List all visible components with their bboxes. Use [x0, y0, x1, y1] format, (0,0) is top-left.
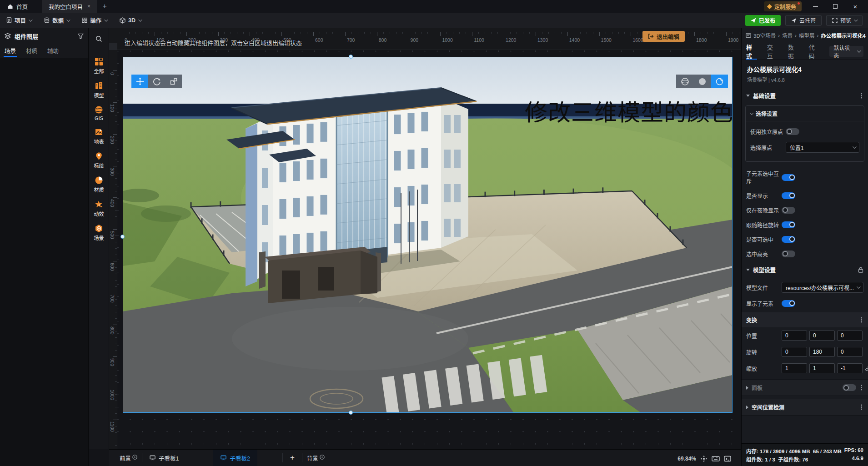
add-circle-icon[interactable]: [132, 455, 137, 460]
scale-y-input[interactable]: [809, 363, 835, 373]
rotation-z-input[interactable]: [837, 347, 863, 357]
strip-item-plot[interactable]: 标绘: [89, 152, 109, 169]
breadcrumb-item[interactable]: 场景: [782, 32, 793, 39]
mutex-toggle[interactable]: [782, 174, 795, 181]
keyboard-icon[interactable]: [712, 456, 720, 462]
highlight-toggle[interactable]: [782, 251, 795, 257]
tab-home[interactable]: 首页: [0, 0, 36, 13]
menu-3d[interactable]: 3D: [113, 13, 147, 28]
exit-edit-button[interactable]: 退出编辑: [642, 31, 685, 42]
independent-origin-toggle[interactable]: [786, 128, 799, 135]
new-tab-button[interactable]: +: [97, 0, 112, 13]
rotation-y-input[interactable]: [809, 347, 835, 357]
breadcrumb-item[interactable]: 3D空场景: [753, 32, 776, 39]
more-icon[interactable]: [861, 319, 862, 321]
foreground-layer-button[interactable]: 前景: [115, 454, 142, 462]
strip-item-effect[interactable]: 动效: [89, 200, 109, 217]
filter-icon[interactable]: [78, 33, 84, 39]
setting-label: 仅在夜晚显示: [746, 206, 782, 214]
scale-tool-button[interactable]: [165, 75, 182, 88]
night-only-toggle[interactable]: [782, 207, 795, 214]
scene-canvas[interactable]: 修改三维模型的颜色: [123, 57, 733, 413]
panel-toggle[interactable]: [843, 384, 856, 391]
more-icon[interactable]: [861, 95, 862, 96]
origin-select[interactable]: 位置1: [786, 142, 859, 153]
tab-project[interactable]: 我的空白项目 ×: [42, 0, 97, 13]
strip-item-all[interactable]: 全部: [89, 57, 109, 75]
board-tab-2[interactable]: 子看板2: [213, 450, 257, 466]
maximize-button[interactable]: [825, 0, 845, 13]
published-label: 已发布: [759, 16, 775, 24]
custom-service-badge[interactable]: 定制服务: [764, 1, 802, 11]
visible-toggle[interactable]: [782, 192, 795, 199]
menu-project[interactable]: 项目: [0, 13, 38, 28]
state-selector[interactable]: 默认状态: [829, 46, 863, 57]
model-file-select[interactable]: resources/办公楼展示可视...: [782, 282, 863, 293]
strip-item-material[interactable]: 材质: [89, 176, 109, 193]
board-icon: [746, 33, 751, 38]
render-mode-toolbar: [676, 75, 728, 88]
preview-label: 预览: [840, 16, 851, 24]
tab-style[interactable]: 样式: [746, 43, 757, 60]
section-model-settings[interactable]: 模型设置: [742, 261, 868, 279]
strip-item-scene[interactable]: 场景: [89, 224, 109, 241]
textured-mode-button[interactable]: [711, 75, 728, 88]
rotation-x-input[interactable]: [782, 347, 807, 357]
selection-settings-header[interactable]: 选择设置: [746, 106, 864, 121]
transform-subsection[interactable]: 变换: [742, 312, 868, 327]
selection-handle-bottom[interactable]: [349, 411, 353, 415]
position-x-input[interactable]: [782, 331, 807, 341]
strip-item-model[interactable]: 模型: [89, 81, 109, 99]
menu-data[interactable]: 数据: [38, 13, 75, 28]
scale-z-input[interactable]: [837, 363, 863, 373]
show-children-toggle[interactable]: [782, 300, 795, 307]
scale-x-input[interactable]: [782, 363, 807, 373]
selectable-toggle[interactable]: [782, 236, 795, 243]
tab-material[interactable]: 材质: [26, 44, 37, 57]
position-z-input[interactable]: [837, 331, 863, 341]
tab-scene[interactable]: 场景: [5, 44, 16, 57]
board-tab-1[interactable]: 子看板1: [142, 450, 186, 466]
selection-handle-top[interactable]: [349, 55, 353, 59]
frame-icon: [832, 18, 838, 23]
section-panel[interactable]: 面板: [742, 379, 868, 396]
more-icon[interactable]: [861, 387, 862, 388]
preview-button[interactable]: 预览: [826, 15, 863, 26]
selection-handle-left[interactable]: [120, 235, 125, 239]
tab-code[interactable]: 代码: [808, 43, 819, 60]
follow-path-toggle[interactable]: [782, 221, 795, 228]
cloud-host-button[interactable]: 云托管: [785, 15, 822, 26]
more-icon[interactable]: [861, 406, 862, 408]
strip-item-terrain[interactable]: 地表: [89, 128, 109, 145]
tab-data[interactable]: 数据: [788, 43, 799, 60]
menu-operate[interactable]: 操作: [75, 13, 113, 28]
close-tab-icon[interactable]: ×: [87, 3, 90, 10]
link-icon[interactable]: [865, 366, 868, 371]
position-y-input[interactable]: [809, 331, 835, 341]
section-basic-settings[interactable]: 基础设置: [742, 87, 868, 105]
console-icon[interactable]: [724, 456, 731, 462]
published-button[interactable]: 已发布: [745, 15, 781, 26]
add-board-button[interactable]: +: [283, 453, 302, 462]
zoom-level[interactable]: 69.84%: [677, 456, 696, 462]
fit-screen-icon[interactable]: [700, 455, 707, 462]
background-layer-button[interactable]: 背景: [302, 454, 329, 462]
close-button[interactable]: ×: [845, 0, 865, 13]
section-space-detect[interactable]: 空间位置检测: [742, 399, 868, 416]
strip-item-gis[interactable]: GIS: [89, 105, 109, 121]
tab-auxiliary[interactable]: 辅助: [47, 44, 59, 57]
add-circle-icon[interactable]: [320, 455, 325, 460]
minimize-button[interactable]: [805, 0, 825, 13]
grid-icon: [82, 17, 87, 23]
breadcrumb-separator: ›: [778, 33, 780, 38]
project-tab-label: 我的空白项目: [49, 2, 83, 11]
breadcrumb-item[interactable]: 模型层: [799, 32, 815, 39]
wireframe-mode-button[interactable]: [676, 75, 693, 88]
search-button[interactable]: [89, 35, 109, 42]
rotate-tool-button[interactable]: [148, 75, 165, 88]
canvas-topbar: 0100200300400500600700800900100011001200…: [109, 28, 741, 50]
move-tool-button[interactable]: [131, 75, 148, 88]
tab-interaction[interactable]: 交互: [767, 43, 778, 60]
lock-icon[interactable]: [858, 267, 863, 273]
solid-mode-button[interactable]: [693, 75, 711, 88]
